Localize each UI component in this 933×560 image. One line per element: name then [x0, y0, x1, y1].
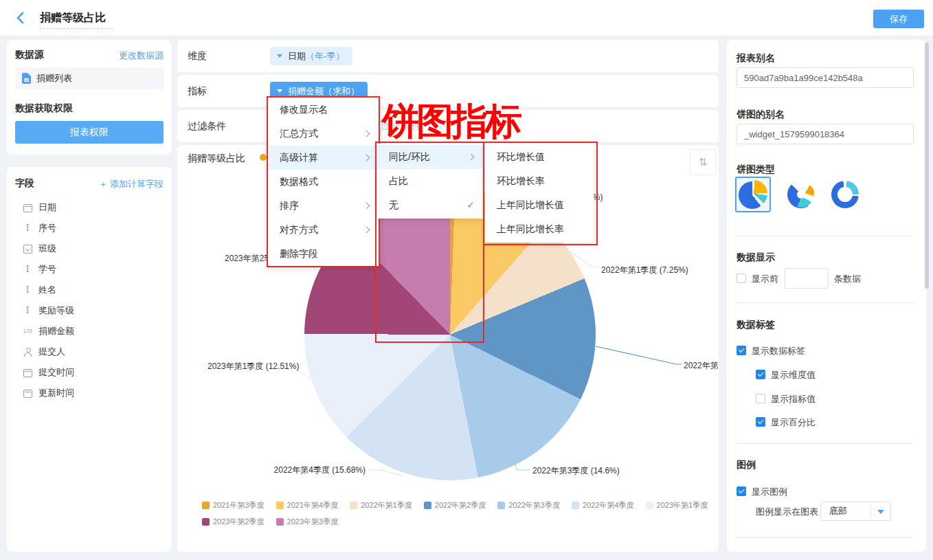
field-item-捐赠金额[interactable]: 123捐赠金额 [7, 321, 172, 341]
rose-pie-icon[interactable] [787, 181, 815, 208]
advanced-menu-item[interactable]: 无✓ [377, 193, 483, 217]
legend-item-2022年第4季度[interactable]: 2022年第4季度 [572, 500, 634, 511]
metric-menu-item[interactable]: 修改显示名 [268, 98, 379, 122]
legend-label: 2022年第4季度 [583, 500, 634, 511]
field-item-label: 捐赠金额 [38, 321, 74, 341]
menu-item-label: 对齐方式 [280, 224, 318, 235]
advanced-menu-item[interactable]: 占比 [377, 169, 483, 193]
donut-pie-icon[interactable] [831, 181, 859, 208]
field-item-label: 提交人 [38, 341, 65, 362]
yoy-menu-item[interactable]: 上年同比增长率 [485, 217, 594, 241]
drag-handle-icon[interactable] [260, 154, 267, 161]
field-item-label: 提交时间 [38, 362, 74, 383]
legend-position-select[interactable]: 底部 [820, 502, 891, 521]
field-item-提交时间[interactable]: 提交时间 [7, 362, 172, 383]
field-item-班级[interactable]: 班级 [7, 238, 172, 259]
menu-item-label: 上年同比增长值 [497, 199, 564, 210]
chevron-right-icon [363, 131, 370, 137]
yoy-menu-item[interactable]: 环比增长率 [485, 169, 594, 193]
report-permission-button[interactable]: 报表权限 [15, 121, 164, 144]
pie-label-2022年第2季度: 2022年第2季度 (13.6%) [684, 360, 719, 372]
field-item-学号[interactable]: I学号 [7, 259, 172, 280]
menu-item-label: 占比 [389, 175, 408, 186]
menu-item-label: 删除字段 [280, 248, 318, 259]
field-item-提交人[interactable]: 提交人 [7, 341, 172, 362]
pie-alias-input[interactable] [737, 124, 914, 144]
dimension-pill[interactable]: 日期（年-季） [270, 47, 352, 65]
select-icon [23, 245, 32, 254]
checkbox-显示数据标签[interactable] [737, 346, 746, 355]
metric-menu-item[interactable]: 高级计算 [268, 146, 379, 170]
menu-item-label: 同比/环比 [389, 151, 430, 162]
page-title: 捐赠等级占比 [40, 11, 106, 25]
datasource-item[interactable]: 捐赠列表 [15, 67, 164, 89]
metric-menu-item[interactable]: 删除字段 [268, 242, 379, 266]
metric-menu-item[interactable]: 数据格式 [268, 170, 379, 194]
show-top-count-input[interactable] [785, 268, 829, 289]
field-item-更新时间[interactable]: 更新时间 [7, 383, 172, 403]
select-separator [870, 505, 871, 517]
metric-menu-item[interactable]: 排序 [268, 194, 379, 218]
document-icon [22, 73, 31, 84]
show-legend-checkbox[interactable] [737, 486, 746, 496]
field-item-序号[interactable]: I序号 [7, 218, 172, 238]
legend-item-2023年第2季度[interactable]: 2023年第2季度 [202, 517, 265, 527]
legend-item-2021年第4季度[interactable]: 2021年第4季度 [276, 500, 339, 511]
report-alias-label: 报表别名 [737, 52, 775, 65]
metric-menu-item[interactable]: 对齐方式 [268, 218, 379, 242]
yoy-menu-item[interactable]: 上年同比增长值 [485, 193, 594, 217]
legend-item-2022年第3季度[interactable]: 2022年第3季度 [497, 500, 560, 511]
save-button[interactable]: 保存 [873, 10, 924, 28]
legend-position-value: 底部 [829, 502, 847, 520]
report-designer-page: 捐赠等级占比 保存 数据源 更改数据源 捐赠列表 数据获取权限 报表权限 字段 … [0, 0, 933, 560]
legend-item-2022年第1季度[interactable]: 2022年第1季度 [350, 500, 412, 511]
legend-swatch [424, 502, 431, 509]
checkbox-显示百分比[interactable] [756, 417, 765, 427]
permission-title: 数据获取权限 [15, 102, 73, 115]
change-datasource-link[interactable]: 更改数据源 [119, 49, 164, 62]
legend-swatch [276, 518, 284, 526]
legend-swatch [202, 518, 210, 526]
back-icon[interactable] [15, 11, 26, 25]
plus-icon: ＋ [98, 179, 110, 189]
show-top-checkbox[interactable] [737, 273, 746, 283]
pie-type-label: 饼图类型 [737, 164, 775, 176]
menu-item-label: 修改显示名 [280, 104, 328, 115]
menu-item-label: 上年同比增长率 [497, 223, 564, 234]
pie-label-2023年第1季度: 2023年第1季度 (12.51%) [207, 361, 299, 372]
calendar-icon [23, 369, 32, 377]
calendar-icon [23, 390, 32, 398]
metric-menu-item[interactable]: 汇总方式 [268, 122, 379, 146]
legend-item-2023年第1季度[interactable]: 2023年第1季度 [646, 500, 708, 511]
legend-item-2021年第3季度[interactable]: 2021年第3季度 [202, 500, 265, 511]
field-item-日期[interactable]: 日期 [7, 197, 172, 218]
pie-label-2022年第3季度: 2022年第3季度 (14.6%) [532, 465, 620, 477]
chevron-right-icon [468, 154, 475, 161]
field-item-姓名[interactable]: I姓名 [7, 280, 172, 300]
show-legend-label: 显示图例 [752, 486, 787, 497]
add-calc-field-link[interactable]: ＋ 添加计算字段 [98, 178, 164, 190]
checkbox-label: 显示百分比 [771, 417, 816, 427]
legend-item-2022年第2季度[interactable]: 2022年第2季度 [424, 500, 486, 511]
legend-label: 2023年第2季度 [213, 517, 265, 527]
report-alias-input[interactable] [737, 67, 914, 88]
advanced-calc-submenu: 同比/环比占比无✓ [377, 144, 483, 219]
legend-swatch [572, 502, 579, 509]
text-icon: I [23, 306, 32, 315]
legend-title: 图例 [737, 459, 756, 471]
annotation-text: 饼图指标 [382, 100, 519, 142]
yoy-menu-item[interactable]: 环比增长值 [485, 145, 594, 169]
scrollbar-thumb[interactable] [925, 43, 929, 289]
dimension-label: 维度 [188, 40, 207, 72]
checkbox-显示指标值[interactable] [756, 394, 765, 403]
text-icon: I [23, 286, 32, 294]
advanced-menu-item[interactable]: 同比/环比 [377, 145, 483, 169]
settings-panel: 报表别名 饼图的别名 饼图类型 数据显示 显示前 条数据 数据标签 显 [727, 40, 926, 552]
legend-item-2023年第3季度[interactable]: 2023年第3季度 [276, 517, 339, 527]
checkbox-显示维度值[interactable] [756, 370, 765, 379]
field-item-奖励等级[interactable]: I奖励等级 [7, 300, 172, 321]
legend-swatch [350, 502, 357, 509]
sort-icon[interactable]: ⇅ [690, 149, 716, 175]
pie-type-basic-selected-box[interactable] [735, 177, 771, 212]
menu-item-label: 数据格式 [280, 176, 318, 187]
